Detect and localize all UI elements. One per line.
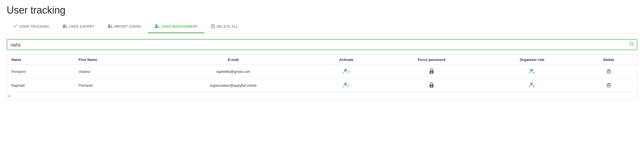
cell-organiser-role[interactable] xyxy=(484,65,580,79)
col-first-name: First Name xyxy=(74,55,153,65)
cell-name: Pompom xyxy=(7,65,74,79)
col-name: Name xyxy=(7,55,74,65)
svg-text:⚙: ⚙ xyxy=(158,25,159,28)
svg-line-13 xyxy=(633,45,634,46)
force-password-icon xyxy=(429,68,434,74)
tab-user-management[interactable]: ⚙ USER MANAGEMENT xyxy=(148,20,204,33)
col-email: E-mail xyxy=(153,55,313,65)
chart-icon xyxy=(13,24,18,29)
cell-delete[interactable] xyxy=(580,65,637,79)
col-delete: Delete xyxy=(580,55,637,65)
tab-user-tracking-label: USER TRACKING xyxy=(19,25,49,29)
svg-point-3 xyxy=(111,25,112,26)
svg-point-4 xyxy=(156,24,158,26)
table-body: Pompom Visiteur raphetflo@gmail.com xyxy=(7,65,637,93)
organiser-role-icon xyxy=(529,82,535,88)
resize-icon[interactable]: ⊞ xyxy=(8,94,11,98)
cell-activate[interactable] xyxy=(313,79,379,93)
svg-point-2 xyxy=(108,24,110,26)
cell-email: organisateur@appyfair.online xyxy=(153,79,313,93)
table-header-row: Name First Name E-mail Activate Force pa… xyxy=(7,55,637,65)
col-force-password: Force password xyxy=(379,55,484,65)
tab-delete-all-label: DELETE ALL xyxy=(217,25,239,29)
cell-email: raphetflo@gmail.com xyxy=(153,65,313,79)
users-import-icon xyxy=(108,24,113,29)
search-container xyxy=(7,39,637,50)
delete-icon xyxy=(607,83,611,87)
tab-import-users[interactable]: IMPORT USERS xyxy=(101,20,148,33)
table-row: Pompom Visiteur raphetflo@gmail.com xyxy=(7,65,637,79)
cell-force-password[interactable] xyxy=(379,79,484,93)
activate-icon xyxy=(343,68,349,74)
organiser-role-icon xyxy=(529,68,535,74)
user-manage-icon: ⚙ xyxy=(154,24,159,29)
cell-organiser-role[interactable] xyxy=(484,79,580,93)
tab-user-export[interactable]: USER EXPORT xyxy=(56,20,101,33)
table-row: Raphaël Pomares organisateur@appyfair.on… xyxy=(7,79,637,93)
search-icon xyxy=(630,42,634,46)
nav-tabs: USER TRACKING USER EXPORT xyxy=(7,20,637,34)
search-button[interactable] xyxy=(630,42,634,47)
cell-activate[interactable] xyxy=(313,65,379,79)
cell-name: Raphaël xyxy=(7,79,74,93)
tab-user-management-label: USER MANAGEMENT xyxy=(161,25,198,29)
table-header: Name First Name E-mail Activate Force pa… xyxy=(7,55,637,65)
force-password-icon xyxy=(429,82,434,88)
tab-user-export-label: USER EXPORT xyxy=(69,25,95,29)
table-footer: ⊞ xyxy=(7,93,637,100)
tab-delete-all[interactable]: DELETE ALL xyxy=(204,20,245,33)
tab-import-users-label: IMPORT USERS xyxy=(114,25,141,29)
delete-icon xyxy=(607,69,611,73)
col-activate: Activate xyxy=(313,55,379,65)
cell-force-password[interactable] xyxy=(379,65,484,79)
cell-first-name: Pomares xyxy=(74,79,153,93)
trash-nav-icon xyxy=(211,24,215,29)
search-input[interactable] xyxy=(7,39,637,50)
activate-icon xyxy=(343,82,349,88)
cell-first-name: Visiteur xyxy=(74,65,153,79)
cell-delete[interactable] xyxy=(580,79,637,93)
users-export-icon xyxy=(62,24,67,29)
users-table: Name First Name E-mail Activate Force pa… xyxy=(7,55,637,93)
svg-point-0 xyxy=(63,24,65,26)
page-container: User tracking USER TRACKING USER EXPORT xyxy=(0,0,644,104)
col-organiser-role: Organiser role xyxy=(484,55,580,65)
tab-user-tracking[interactable]: USER TRACKING xyxy=(7,20,56,33)
svg-point-1 xyxy=(65,25,67,26)
page-title: User tracking xyxy=(7,4,637,16)
